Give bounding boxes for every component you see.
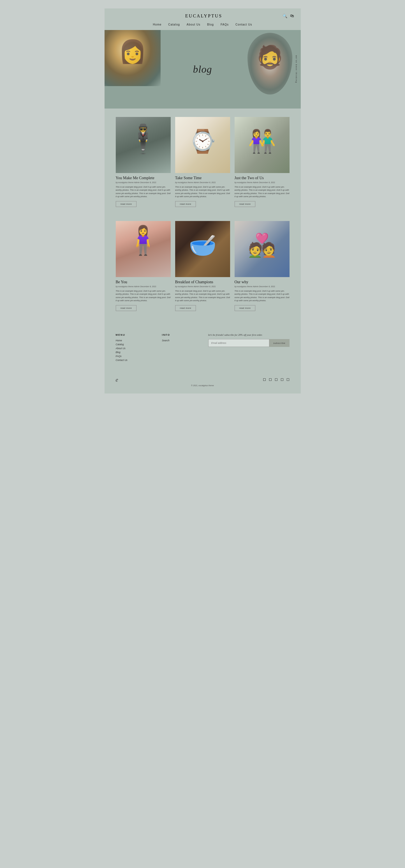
blog-card-1-meta: by eucalyptus theme Admin December 8, 20… <box>116 182 171 183</box>
blog-grid-2: Be You by eucalyptus theme Admin Decembe… <box>116 221 290 311</box>
footer-logo-small: e <box>116 377 118 383</box>
blog-card-4-image <box>116 221 171 277</box>
blog-card-4-title: Be You <box>116 280 171 284</box>
blog-card-3-meta: by eucalyptus theme Admin December 8, 20… <box>235 182 290 183</box>
pinterest-icon[interactable]: ☐ <box>275 378 278 382</box>
nav-home[interactable]: Home <box>153 23 162 26</box>
blog-card-3-read-more[interactable]: read more <box>235 201 256 207</box>
blog-card-2: Take Some Time by eucalyptus theme Admin… <box>175 117 230 207</box>
blog-card-4-meta: by eucalyptus theme Admin December 8, 20… <box>116 285 171 287</box>
blog-card-5-excerpt: This is an example blog post. Doll it up… <box>175 289 230 302</box>
main-nav: Home Catalog About Us Blog FAQs Contact … <box>105 21 301 30</box>
blog-card-6-image <box>235 221 290 277</box>
footer-bottom: e ☐ ☐ ☐ ☐ ☐ <box>116 371 290 383</box>
blog-card-1-read-more[interactable]: read more <box>116 201 137 207</box>
footer-link-contact[interactable]: Contact Us <box>116 359 157 362</box>
nav-catalog[interactable]: Catalog <box>168 23 180 26</box>
page-wrapper: EUCALYPTUS 🔍 🛍 Home Catalog About Us Blo… <box>105 8 301 394</box>
blog-card-5-meta: by eucalyptus theme Admin December 8, 20… <box>175 285 230 287</box>
hero-title: blog <box>193 63 212 75</box>
footer: MENU Home Catalog About Us Blog FAQs Con… <box>105 325 301 394</box>
facebook-icon[interactable]: ☐ <box>263 378 266 382</box>
blog-card-6-meta: by eucalyptus theme Admin December 8, 20… <box>235 285 290 287</box>
blog-card-1-image <box>116 117 171 173</box>
blog-card-6: Our why by eucalyptus theme Admin Decemb… <box>235 221 290 311</box>
blog-card-5-read-more[interactable]: read more <box>175 305 196 311</box>
blog-card-1-title: You Make Me Complete <box>116 176 171 180</box>
nav-about[interactable]: About Us <box>187 23 200 26</box>
twitter-icon[interactable]: ☐ <box>269 378 272 382</box>
blog-card-2-image <box>175 117 230 173</box>
hero-image-right <box>247 33 292 94</box>
footer-copyright: © 2021, eucalyptus theme <box>116 383 290 388</box>
footer-link-faqs[interactable]: FAQs <box>116 355 157 358</box>
blog-card-3: Just the Two of Us by eucalyptus theme A… <box>235 117 290 207</box>
blog-card-6-title: Our why <box>235 280 290 284</box>
blog-card-4: Be You by eucalyptus theme Admin Decembe… <box>116 221 171 311</box>
blog-section-2: Be You by eucalyptus theme Admin Decembe… <box>105 221 301 325</box>
blog-card-6-read-more[interactable]: read more <box>235 305 256 311</box>
blog-card-4-excerpt: This is an example blog post. Doll it up… <box>116 289 171 302</box>
hero-section: blog we've been thinking <box>105 30 301 108</box>
footer-form: subscribe <box>208 339 290 347</box>
footer-link-blog[interactable]: Blog <box>116 351 157 354</box>
footer-link-home[interactable]: Home <box>116 339 157 342</box>
search-icon[interactable]: 🔍 <box>282 14 287 19</box>
nav-contact[interactable]: Contact Us <box>235 23 252 26</box>
header-icons: 🔍 🛍 <box>282 14 294 19</box>
blog-card-2-read-more[interactable]: read more <box>175 201 196 207</box>
blog-card-3-image <box>235 117 290 173</box>
footer-link-catalog[interactable]: Catalog <box>116 343 157 346</box>
instagram-icon[interactable]: ☐ <box>280 378 284 382</box>
footer-social-icons: ☐ ☐ ☐ ☐ ☐ <box>263 378 290 382</box>
footer-info: INFO Search <box>162 334 203 363</box>
hero-side-text: we've been thinking <box>295 55 297 83</box>
blog-card-5-title: Breakfast of Champions <box>175 280 230 284</box>
footer-menu-title: MENU <box>116 334 157 336</box>
rss-icon[interactable]: ☐ <box>286 378 290 382</box>
blog-section-1: You Make Me Complete by eucalyptus theme… <box>105 108 301 221</box>
blog-card-1-excerpt: This is an example blog post. Doll it up… <box>116 185 171 198</box>
nav-blog[interactable]: Blog <box>207 23 214 26</box>
footer-link-about[interactable]: About Us <box>116 347 157 350</box>
blog-card-1: You Make Me Complete by eucalyptus theme… <box>116 117 171 207</box>
footer-info-title: INFO <box>162 334 203 336</box>
nav-faqs[interactable]: FAQs <box>221 23 229 26</box>
footer-grid: MENU Home Catalog About Us Blog FAQs Con… <box>116 334 290 363</box>
blog-card-6-excerpt: This is an example blog post. Doll it up… <box>235 289 290 302</box>
blog-card-5-image <box>175 221 230 277</box>
footer-subscribe: let's be friends! subscribe for 20% off … <box>208 334 290 363</box>
blog-card-3-excerpt: This is an example blog post. Doll it up… <box>235 185 290 198</box>
footer-subscribe-text: let's be friends! subscribe for 20% off … <box>208 334 290 336</box>
footer-menu: MENU Home Catalog About Us Blog FAQs Con… <box>116 334 157 363</box>
blog-card-2-excerpt: This is an example blog post. Doll it up… <box>175 185 230 198</box>
footer-email-input[interactable] <box>208 339 270 347</box>
footer-subscribe-button[interactable]: subscribe <box>269 339 289 347</box>
blog-card-2-title: Take Some Time <box>175 176 230 180</box>
blog-card-4-read-more[interactable]: read more <box>116 305 137 311</box>
blog-card-2-meta: by eucalyptus theme Admin December 8, 20… <box>175 182 230 183</box>
hero-image-left <box>105 30 161 86</box>
blog-card-3-title: Just the Two of Us <box>235 176 290 180</box>
header: EUCALYPTUS 🔍 🛍 <box>105 8 301 21</box>
cart-icon[interactable]: 🛍 <box>290 14 294 19</box>
footer-link-search[interactable]: Search <box>162 339 203 342</box>
blog-card-5: Breakfast of Champions by eucalyptus the… <box>175 221 230 311</box>
site-logo[interactable]: EUCALYPTUS <box>125 13 282 19</box>
blog-grid-1: You Make Me Complete by eucalyptus theme… <box>116 117 290 207</box>
